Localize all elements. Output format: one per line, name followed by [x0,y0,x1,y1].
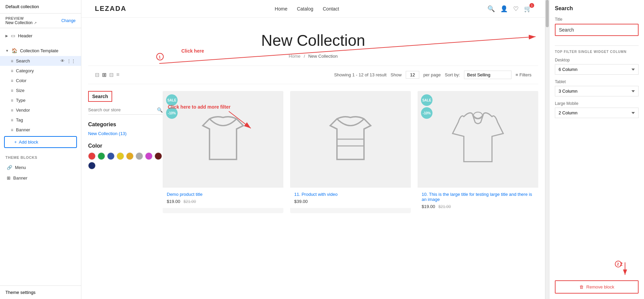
sort-select[interactable]: Best Selling Price: Low to High Price: H… [464,71,511,79]
sidebar-item-collection-template[interactable]: ▼ 🏠 Collection Template [0,45,81,56]
sidebar-item-header[interactable]: ▶ ▭ Header [0,30,81,41]
search-filter-input[interactable] [88,105,163,115]
drag-icon[interactable]: ⋮⋮ [67,58,76,63]
tablet-label: Tablet [555,79,639,84]
view-grid-4-icon[interactable]: ≡ [116,72,119,78]
section-subtitle: TOP FILTER SINGLE WIDGET COLUMN [555,50,639,54]
large-mobile-select-row: Large Mobile 1 Column 2 Column 3 Column [555,101,639,118]
product-info-3: 10. This is the large title for testing … [418,188,538,213]
product-image-2 [290,91,411,188]
cart-badge: 1 [529,3,534,8]
color-swatch-green[interactable] [98,152,105,160]
view-list-icon[interactable]: ⊟ [95,72,99,78]
sidebar-preview: PREVIEW New Collection ↗ Change [0,14,81,28]
category-item-new-collection[interactable]: New Collection (13) [88,131,163,136]
product-svg-tshirt-1 [181,106,265,173]
sidebar-item-search[interactable]: ≡ Search 👁 ⋮⋮ [0,56,81,66]
wishlist-icon[interactable]: ♡ [513,5,519,13]
product-title-3[interactable]: 10. This is the large title for testing … [422,192,534,202]
view-grid-icon[interactable]: ⊞ [102,72,106,78]
preview-change-button[interactable]: Change [61,18,76,23]
product-title-2[interactable]: 11. Product with video [294,192,407,197]
color-swatch-darkred[interactable] [155,152,162,160]
breadcrumb-home[interactable]: Home [289,54,301,59]
sidebar-item-banner[interactable]: ≡ Banner [0,125,81,135]
sidebar-item-vendor[interactable]: ≡ Vendor [0,105,81,115]
view-icons: ⊟ ⊞ ⊟ ≡ [95,72,119,78]
search-nav-icon[interactable]: 🔍 [487,5,495,13]
product-price-3: $19.00 $21.00 [422,204,534,209]
per-page-input[interactable] [406,71,419,79]
showing-text: Showing 1 - 12 of 13 result [334,72,387,77]
discount-badge-3: -10% [421,107,432,119]
view-grid-3-icon[interactable]: ⊟ [109,72,114,78]
color-swatch-pink[interactable] [145,152,153,160]
left-sidebar: Default collection PREVIEW New Collectio… [0,0,81,299]
theme-block-banner[interactable]: ⊞ Banner [5,173,76,183]
trash-icon: 🗑 [579,284,584,289]
sidebar-item-category[interactable]: ≡ Category [0,66,81,76]
breadcrumb-current: New Collection [308,54,338,59]
color-swatch-yellow[interactable] [117,152,124,160]
cart-icon[interactable]: 🛒 1 [524,5,531,13]
color-swatch-blue[interactable] [107,152,115,160]
plus-icon: + [14,139,17,145]
list-icon: ≡ [11,98,13,103]
collection-toolbar: ⊟ ⊞ ⊟ ≡ Showing 1 - 12 of 13 result Show… [88,66,538,84]
current-price-3: $19.00 [422,204,435,209]
sidebar-footer[interactable]: Theme settings [0,285,81,299]
annotation-arrow-2: 2 2 [598,261,639,278]
product-image-1: SALE -10% [163,91,283,188]
current-price-1: $19.00 [167,199,180,204]
desktop-select[interactable]: 1 Column 2 Column 3 Column 4 Column 5 Co… [555,64,639,75]
color-swatch-orange[interactable] [126,152,134,160]
theme-block-menu[interactable]: 🔗 Menu [5,162,76,173]
sale-badge-3: SALE [421,94,432,106]
right-sidebar-footer: 2 2 🗑 Remove block [555,278,639,294]
toolbar-right: Showing 1 - 12 of 13 result Show per pag… [334,71,531,79]
product-svg-tshirt-2 [308,106,393,173]
preview-link[interactable]: New Collection ↗ [5,20,37,25]
collection-hero: New Collection Home / New Collection [81,18,545,66]
add-block-button[interactable]: + Add block [4,136,77,148]
color-swatch-gray[interactable] [136,152,143,160]
filter-icon: ≡ [516,72,518,77]
sidebar-item-type[interactable]: ≡ Type [0,95,81,105]
scrollbar-thumb[interactable] [546,0,549,27]
nav-link-contact[interactable]: Contact [323,6,339,12]
sort-by-label: Sort by: [445,72,460,77]
svg-point-10 [474,112,483,119]
sidebar-item-tag[interactable]: ≡ Tag [0,115,81,125]
list-icon: ≡ [11,69,13,73]
account-icon[interactable]: 👤 [500,5,508,13]
sidebar-header: Default collection [0,0,81,14]
breadcrumb-separator: / [304,54,305,59]
header-icon: ▭ [11,33,15,38]
product-title-1[interactable]: Demo product title [167,192,279,197]
product-svg-hoodie [436,106,520,173]
sidebar-item-color[interactable]: ≡ Color [0,76,81,86]
tablet-select[interactable]: 1 Column 2 Column 3 Column 4 Column [555,86,639,96]
banner-icon: ⊞ [7,175,11,181]
list-icon: ≡ [11,108,13,113]
nav-link-home[interactable]: Home [275,6,287,12]
color-filter-title: Color [88,143,163,149]
nav-link-catalog[interactable]: Catalog [297,6,313,12]
color-swatch-darkblue[interactable] [88,162,96,169]
list-icon: ≡ [11,88,13,93]
color-swatches [88,152,163,169]
header-section: ▶ ▭ Header [0,28,81,43]
sidebar-item-size[interactable]: ≡ Size [0,86,81,95]
scrollbar-track[interactable] [545,0,549,299]
product-card-1: SALE -10% Demo product title $19.00 $21.… [163,91,283,213]
list-icon: ≡ [11,118,13,123]
right-sidebar: Search Title TOP FILTER SINGLE WIDGET CO… [549,0,644,299]
filters-button[interactable]: ≡ Filters [516,72,531,77]
eye-icon[interactable]: 👁 [60,58,65,63]
color-swatch-red[interactable] [88,152,96,160]
remove-block-button[interactable]: 🗑 Remove block [555,280,639,294]
search-filter-block: Search 🔍 [88,91,163,115]
title-field-input[interactable] [555,24,639,36]
large-mobile-select[interactable]: 1 Column 2 Column 3 Column [555,108,639,118]
search-filter-title: Search [88,91,112,102]
